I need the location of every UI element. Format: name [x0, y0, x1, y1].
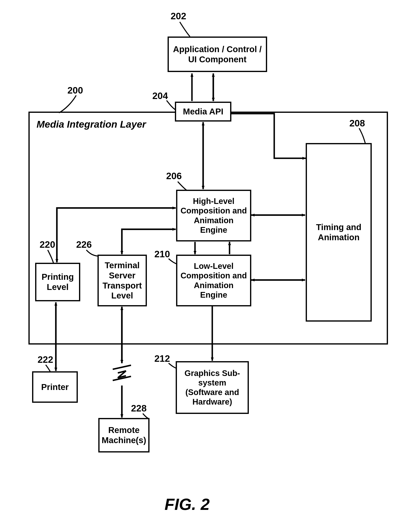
low-level-engine-box: Low-Level Composition and Animation Engi… [176, 255, 251, 306]
graphics-subsystem-text: Graphics Sub-system (Software and Hardwa… [180, 368, 245, 407]
ref-212: 212 [154, 353, 170, 364]
ref-206: 206 [166, 171, 182, 181]
timing-animation-box: Timing and Animation [306, 143, 372, 322]
low-level-engine-text: Low-Level Composition and Animation Engi… [180, 261, 247, 300]
high-level-engine-box: High-Level Composition and Animation Eng… [176, 190, 251, 241]
media-api-text: Media API [183, 107, 223, 117]
app-ui-component-box: Application / Control / UI Component [168, 37, 267, 72]
printer-text: Printer [41, 382, 69, 392]
ref-200: 200 [67, 85, 83, 96]
media-integration-layer-title: Media Integration Layer [37, 119, 146, 130]
ref-208: 208 [349, 118, 365, 129]
graphics-subsystem-box: Graphics Sub-system (Software and Hardwa… [176, 361, 249, 414]
media-api-box: Media API [175, 102, 231, 121]
figure-caption: FIG. 2 [164, 495, 210, 514]
timing-animation-text: Timing and Animation [310, 222, 368, 242]
ref-204: 204 [152, 90, 168, 101]
ref-222: 222 [38, 354, 53, 365]
terminal-server-box: Terminal Server Transport Level [98, 255, 147, 306]
terminal-server-text: Terminal Server Transport Level [102, 260, 143, 300]
ref-220: 220 [40, 239, 55, 250]
ref-226: 226 [76, 239, 92, 250]
printer-box: Printer [32, 371, 78, 403]
ref-210: 210 [154, 248, 170, 260]
remote-machine-box: Remote Machine(s) [98, 418, 150, 452]
high-level-engine-text: High-Level Composition and Animation Eng… [180, 196, 247, 235]
printing-level-box: Printing Level [35, 263, 80, 301]
ref-202: 202 [171, 11, 186, 21]
app-ui-component-text: Application / Control / UI Component [172, 44, 263, 64]
diagram-page: Media Integration Layer Application / Co… [0, 0, 403, 532]
ref-228: 228 [131, 403, 147, 414]
remote-machine-text: Remote Machine(s) [102, 425, 146, 445]
printing-level-text: Printing Level [39, 272, 76, 292]
